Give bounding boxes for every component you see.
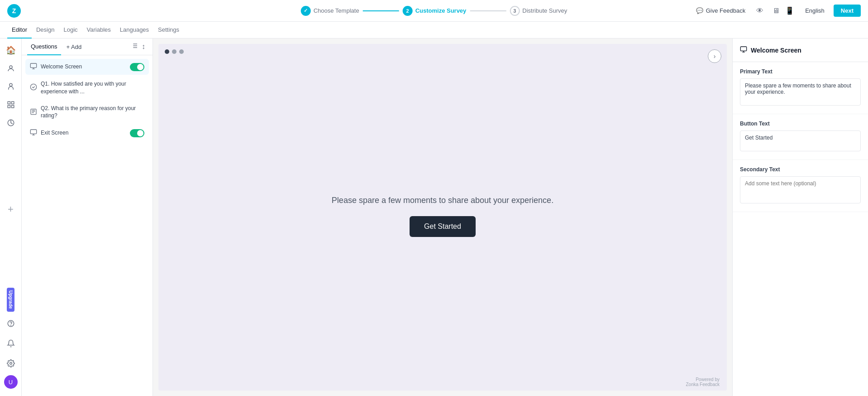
panel-tabs: Questions + Add ↕: [22, 39, 153, 55]
svg-point-0: [10, 66, 12, 68]
feedback-icon: 💬: [696, 7, 703, 14]
secondary-text-section: Secondary Text: [733, 160, 868, 212]
preview-dots: [158, 44, 727, 59]
right-panel-header: Welcome Screen: [733, 39, 868, 62]
svg-rect-16: [30, 63, 36, 68]
tab-languages[interactable]: Languages: [115, 22, 153, 39]
step-3-label: Distribute Survey: [522, 7, 567, 14]
top-navigation: Z ✓ Choose Template 2 Customize Survey 3…: [0, 0, 868, 22]
tab-logic[interactable]: Logic: [59, 22, 82, 39]
list-item[interactable]: Q1. How satisfied are you with your expe…: [25, 77, 149, 99]
secondary-text-label: Secondary Text: [740, 166, 861, 173]
q2-icon: [30, 108, 37, 116]
panel-actions: ↕: [129, 39, 147, 55]
exit-screen-toggle[interactable]: [130, 129, 144, 137]
exit-screen-label: Exit Screen: [41, 129, 126, 137]
q1-label: Q1. How satisfied are you with your expe…: [41, 80, 144, 96]
main-layout: 🏠 + Upgrade: [0, 39, 868, 396]
sidebar-item-help[interactable]: [3, 315, 19, 332]
wizard-step-1[interactable]: ✓ Choose Template: [301, 6, 359, 16]
sidebar-item-settings[interactable]: [3, 355, 19, 372]
nav-right: 💬 Give Feedback 👁 🖥 📱 English Next: [692, 5, 861, 17]
svg-rect-2: [8, 101, 10, 104]
language-label: English: [805, 7, 825, 14]
sidebar-icons: 🏠 + Upgrade: [0, 39, 22, 396]
sidebar-item-grid[interactable]: [3, 97, 19, 113]
mobile-icon-button[interactable]: 📱: [783, 5, 796, 17]
preview-area: › Please spare a few moments to share ab…: [153, 39, 732, 396]
tab-editor[interactable]: Editor: [7, 22, 32, 39]
next-button[interactable]: Next: [834, 5, 861, 17]
sidebar-item-person[interactable]: [3, 78, 19, 95]
questions-list: Welcome Screen Q1. How satisfied are you…: [22, 55, 153, 396]
step-3-circle: 3: [510, 6, 520, 16]
sidebar-item-chart[interactable]: [3, 115, 19, 131]
button-text-section: Button Text Get Started: [733, 114, 868, 160]
sidebar-item-contacts[interactable]: [3, 60, 19, 77]
preview-get-started-button[interactable]: Get Started: [410, 216, 476, 237]
q1-icon: [30, 83, 37, 92]
button-text-input[interactable]: Get Started: [740, 130, 861, 151]
list-item[interactable]: Welcome Screen: [25, 59, 149, 75]
svg-point-8: [10, 325, 11, 325]
dot-1: [165, 49, 169, 54]
preview-frame: › Please spare a few moments to share ab…: [158, 44, 727, 391]
right-panel-title: Welcome Screen: [751, 47, 801, 54]
svg-rect-24: [30, 130, 36, 134]
language-button[interactable]: English: [801, 5, 828, 16]
right-panel-icon: [740, 46, 747, 54]
reorder-icon-button[interactable]: ↕: [140, 41, 147, 53]
next-label: Next: [841, 7, 854, 14]
step-2-circle: 2: [403, 6, 413, 16]
editor-tabs: Editor Design Logic Variables Languages …: [0, 22, 868, 39]
tab-variables[interactable]: Variables: [82, 22, 115, 39]
list-item[interactable]: Exit Screen: [25, 125, 149, 141]
nav-left: Z: [7, 4, 21, 18]
user-avatar[interactable]: U: [4, 375, 18, 389]
tab-design[interactable]: Design: [32, 22, 59, 39]
svg-rect-4: [8, 106, 10, 108]
preview-content: Please spare a few moments to share abou…: [158, 59, 727, 373]
device-icons: 🖥 📱: [771, 5, 796, 17]
tab-settings[interactable]: Settings: [153, 22, 184, 39]
preview-icon-button[interactable]: 👁: [754, 5, 765, 17]
svg-rect-3: [11, 101, 14, 104]
give-feedback-button[interactable]: 💬 Give Feedback: [692, 5, 749, 16]
step-1-label: Choose Template: [314, 7, 359, 14]
button-text-label: Button Text: [740, 121, 861, 127]
tab-questions[interactable]: Questions: [27, 39, 61, 55]
preview-next-button[interactable]: ›: [708, 49, 721, 63]
primary-text-section: Primary Text Please spare a few moments …: [733, 62, 868, 114]
preview-main-text: Please spare a few moments to share abou…: [332, 196, 553, 205]
svg-rect-20: [31, 109, 36, 115]
add-question-button[interactable]: + Add: [63, 39, 86, 55]
list-item[interactable]: Q2. What is the primary reason for your …: [25, 101, 149, 124]
logo: Z: [7, 4, 21, 18]
svg-point-1: [10, 83, 12, 86]
welcome-screen-icon: [30, 63, 37, 71]
welcome-screen-label: Welcome Screen: [41, 63, 126, 71]
wizard-step-3[interactable]: 3 Distribute Survey: [510, 6, 567, 16]
step-line-1: [363, 10, 399, 11]
desktop-icon-button[interactable]: 🖥: [771, 5, 782, 17]
primary-text-input[interactable]: Please spare a few moments to share abou…: [740, 78, 861, 106]
dot-3: [179, 49, 184, 54]
upgrade-button[interactable]: Upgrade: [7, 288, 14, 312]
sidebar-item-home[interactable]: 🏠: [3, 42, 19, 58]
q2-label: Q2. What is the primary reason for your …: [41, 105, 144, 120]
sidebar-item-add[interactable]: +: [3, 201, 19, 217]
secondary-text-input[interactable]: [740, 176, 861, 203]
welcome-screen-toggle[interactable]: [130, 63, 144, 71]
dot-2: [172, 49, 176, 54]
sidebar-item-bell[interactable]: [3, 335, 19, 352]
right-panel: Welcome Screen Primary Text Please spare…: [732, 39, 868, 396]
wizard-step-2[interactable]: 2 Customize Survey: [403, 6, 467, 16]
step-line-2: [470, 10, 506, 11]
svg-rect-5: [11, 106, 14, 108]
exit-screen-icon: [30, 129, 37, 137]
feedback-label: Give Feedback: [706, 7, 745, 14]
step-2-label: Customize Survey: [415, 7, 467, 14]
svg-rect-27: [740, 47, 746, 51]
sort-icon-button[interactable]: [129, 40, 140, 53]
svg-point-19: [30, 84, 36, 90]
